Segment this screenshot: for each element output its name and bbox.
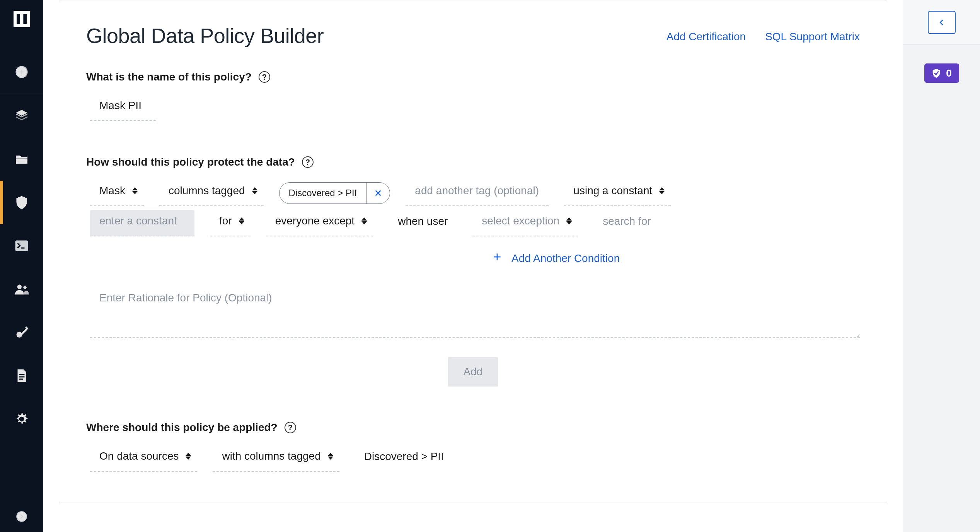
help-icon[interactable]: ? — [259, 71, 270, 83]
svg-rect-18 — [19, 376, 25, 378]
label-policy-name: What is the name of this policy? — [86, 71, 252, 83]
people-icon — [14, 283, 29, 295]
select-exception[interactable]: select exception — [472, 210, 578, 236]
tag-pill: Discovered > PII — [279, 182, 390, 204]
rail-collapse-button[interactable] — [928, 11, 956, 34]
nav-terminal[interactable] — [0, 224, 43, 267]
layers-icon — [15, 109, 29, 123]
sort-arrows-icon — [566, 216, 573, 226]
sort-arrows-icon — [658, 185, 665, 196]
rail-badge[interactable]: 0 — [924, 63, 959, 83]
policy-name-input[interactable] — [90, 95, 156, 121]
sort-arrows-icon — [251, 185, 258, 196]
sidebar — [0, 0, 43, 532]
policy-card: Global Data Policy Builder Add Certifica… — [59, 0, 887, 503]
add-tag-input[interactable] — [406, 180, 549, 206]
plus-circle-icon — [15, 65, 28, 79]
svg-point-12 — [17, 285, 22, 289]
select-action[interactable]: Mask — [90, 180, 144, 206]
sort-arrows-icon — [327, 451, 334, 462]
select-for[interactable]: for — [210, 210, 251, 236]
nav-stacks[interactable] — [0, 94, 43, 137]
sort-arrows-icon — [131, 185, 138, 196]
label-when-user: when user — [389, 210, 457, 236]
nav-settings[interactable] — [0, 397, 43, 441]
help-icon[interactable]: ? — [285, 422, 296, 433]
shield-check-icon — [931, 68, 941, 78]
where-tag-value: Discovered > PII — [355, 446, 453, 471]
label-where: Where should this policy be applied? — [86, 421, 278, 434]
add-condition-button[interactable]: Add Another Condition — [492, 252, 860, 265]
nav-key[interactable] — [0, 311, 43, 354]
terminal-icon — [15, 240, 29, 251]
folder-icon — [15, 153, 29, 165]
svg-rect-1 — [20, 14, 24, 24]
arrow-circle-icon — [16, 511, 27, 522]
link-sql-support-matrix[interactable]: SQL Support Matrix — [765, 31, 860, 43]
sort-arrows-icon — [238, 216, 245, 226]
svg-point-13 — [23, 286, 27, 289]
gear-icon — [14, 412, 29, 426]
shield-icon — [15, 195, 28, 210]
plus-icon — [492, 252, 502, 265]
svg-rect-0 — [17, 14, 20, 24]
sort-arrows-icon — [361, 216, 368, 226]
key-icon — [15, 325, 29, 339]
tag-label: Discovered > PII — [280, 183, 367, 204]
nav-folder[interactable] — [0, 137, 43, 181]
main-content: Global Data Policy Builder Add Certifica… — [43, 0, 903, 532]
page-title: Global Data Policy Builder — [86, 24, 324, 48]
svg-rect-19 — [19, 379, 23, 380]
svg-rect-9 — [16, 158, 27, 159]
app-logo[interactable] — [14, 11, 30, 27]
svg-rect-17 — [19, 374, 25, 375]
constant-input[interactable] — [90, 210, 194, 236]
add-button[interactable]: Add — [448, 357, 498, 387]
right-rail: 0 — [903, 0, 980, 532]
select-everyone[interactable]: everyone except — [266, 210, 373, 236]
svg-rect-15 — [21, 328, 27, 335]
nav-security[interactable] — [0, 181, 43, 224]
search-for-input[interactable] — [593, 210, 750, 236]
nav-collapse[interactable] — [0, 501, 43, 532]
svg-rect-10 — [15, 241, 28, 251]
rationale-textarea[interactable] — [90, 288, 860, 338]
close-icon — [374, 189, 382, 197]
select-target[interactable]: columns tagged — [159, 180, 264, 206]
select-using[interactable]: using a constant — [564, 180, 671, 206]
sort-arrows-icon — [185, 451, 192, 462]
help-icon[interactable]: ? — [302, 156, 314, 168]
chevron-left-icon — [937, 17, 946, 27]
svg-rect-2 — [23, 14, 27, 24]
svg-point-14 — [17, 332, 22, 338]
select-on-sources[interactable]: On data sources — [90, 445, 197, 472]
link-add-certification[interactable]: Add Certification — [666, 31, 746, 43]
select-with-columns[interactable]: with columns tagged — [213, 445, 339, 472]
nav-people[interactable] — [0, 267, 43, 311]
tag-remove[interactable] — [366, 183, 390, 204]
nav-add[interactable] — [0, 50, 43, 94]
nav-document[interactable] — [0, 354, 43, 397]
document-icon — [16, 369, 27, 383]
label-protect: How should this policy protect the data? — [86, 156, 295, 168]
